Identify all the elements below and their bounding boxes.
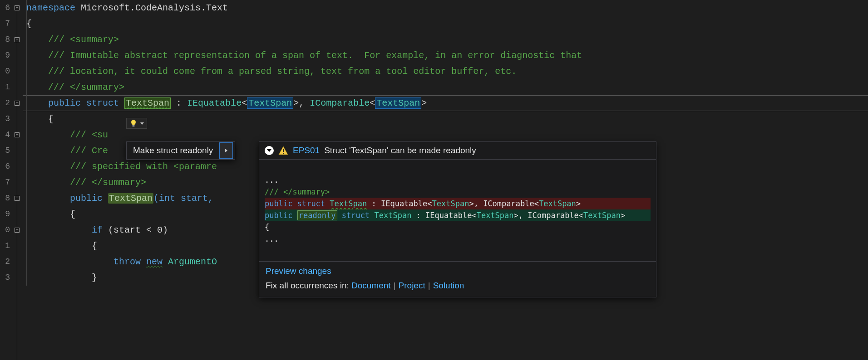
line-number: 2	[0, 254, 10, 270]
line-number: 2	[0, 95, 10, 111]
fix-document-link[interactable]: Document	[351, 281, 391, 290]
lightbulb-icon	[129, 119, 138, 127]
brace: }	[92, 272, 97, 283]
struct-name-declaration[interactable]: TextSpan	[124, 97, 171, 109]
doc-comment: /// <summary>	[48, 34, 119, 45]
fold-toggle[interactable]: −	[15, 228, 20, 233]
type-ref[interactable]: TextSpan	[375, 97, 421, 109]
keyword: new	[146, 257, 163, 267]
type-ref: IEquatable	[187, 98, 242, 108]
fold-toggle[interactable]: −	[15, 101, 20, 106]
fold-toggle[interactable]: −	[15, 132, 20, 137]
line-number: 6	[0, 0, 10, 16]
type-ref[interactable]: TextSpan	[247, 97, 293, 109]
doc-comment: /// </summary>	[70, 177, 146, 188]
keyword: if	[92, 225, 103, 235]
diff-added-line: public readonly struct TextSpan : IEquat…	[265, 209, 651, 221]
preview-changes-link[interactable]: Preview changes	[266, 266, 331, 276]
quick-action-preview-panel: EPS01 Struct 'TextSpan' can be made read…	[259, 141, 656, 297]
keyword: namespace	[26, 3, 75, 13]
chevron-right-icon	[225, 148, 227, 153]
brace: {	[26, 19, 32, 29]
line-number: 7	[0, 175, 10, 190]
quick-action-menu: Make struct readonly	[126, 141, 235, 160]
ctor-name: TextSpan	[108, 193, 153, 204]
line-number: 8	[0, 190, 10, 206]
preview-header: EPS01 Struct 'TextSpan' can be made read…	[259, 142, 656, 160]
diff-removed-line: public struct TextSpan : IEquatable<Text…	[265, 198, 651, 209]
line-number: 9	[0, 48, 10, 63]
fix-project-link[interactable]: Project	[399, 281, 425, 290]
brace: {	[70, 209, 75, 219]
warning-icon	[278, 146, 288, 155]
keyword: struct	[86, 98, 119, 108]
svg-rect-2	[283, 149, 284, 152]
doc-comment: /// <su	[70, 130, 108, 140]
doc-comment: /// specified with <paramre	[70, 161, 217, 172]
fold-toggle[interactable]: −	[15, 5, 20, 10]
type-ref: ArgumentO	[163, 257, 217, 267]
svg-rect-0	[133, 125, 135, 126]
rule-code: EPS01	[293, 146, 320, 156]
line-number: 5	[0, 143, 10, 159]
line-number: 4	[0, 127, 10, 143]
fix-all-label: Fix all occurrences in:	[266, 281, 351, 290]
svg-rect-3	[283, 153, 284, 154]
diagnostic-message: Struct 'TextSpan' can be made readonly	[324, 146, 476, 156]
line-number: 8	[0, 32, 10, 48]
line-number: 0	[0, 63, 10, 79]
line-number: 3	[0, 270, 10, 286]
line-number: 3	[0, 111, 10, 127]
keyword: throw	[113, 257, 141, 267]
menu-item-make-readonly[interactable]: Make struct readonly	[127, 142, 219, 159]
fix-solution-link[interactable]: Solution	[433, 281, 464, 290]
menu-expand-button[interactable]	[219, 142, 233, 159]
doc-comment: /// </summary>	[48, 82, 124, 92]
fold-toggle[interactable]: −	[15, 37, 20, 42]
doc-comment: /// Cre	[70, 146, 108, 156]
keyword: public	[70, 193, 103, 204]
fold-toggle[interactable]: −	[15, 196, 20, 201]
doc-comment: /// Immutable abstract representation of…	[48, 50, 582, 61]
brace: {	[48, 114, 54, 124]
chevron-down-icon	[140, 122, 144, 125]
chevron-down-icon	[267, 149, 271, 152]
doc-comment: /// location, it could come from a parse…	[48, 66, 517, 77]
preview-footer: Preview changes Fix all occurrences in: …	[259, 261, 656, 297]
ctor-signature: (int start,	[153, 193, 213, 204]
line-number: 6	[0, 159, 10, 175]
line-number: 9	[0, 206, 10, 222]
namespace-name: Microsoft.CodeAnalysis.Text	[75, 3, 228, 13]
type-ref: IComparable	[310, 98, 370, 108]
brace: {	[92, 241, 97, 251]
lightbulb-button[interactable]	[126, 118, 147, 129]
line-number-gutter: 678901234567890123	[0, 0, 13, 360]
diff-preview: ... /// </summary> public struct TextSpa…	[259, 160, 656, 261]
keyword: public	[48, 98, 81, 108]
line-number: 1	[0, 238, 10, 254]
line-number: 1	[0, 79, 10, 95]
svg-rect-1	[133, 126, 135, 126]
collapse-button[interactable]	[265, 146, 274, 155]
line-number: 7	[0, 16, 10, 32]
fold-gutter: − − − − − −	[13, 0, 23, 360]
line-number: 0	[0, 222, 10, 238]
